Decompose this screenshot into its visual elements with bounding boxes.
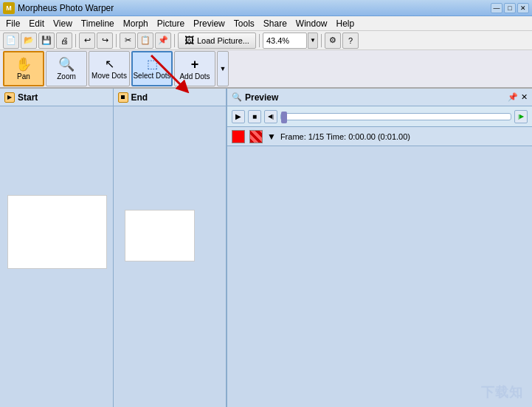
progress-track[interactable] [280, 113, 511, 120]
end-panel-header: ⏹ End [114, 89, 227, 106]
menu-item-timeline[interactable]: Timeline [77, 17, 119, 30]
end-panel-icon: ⏹ [118, 92, 128, 103]
pan-tool-button[interactable]: ✋ Pan [3, 51, 44, 86]
add-dots-label: Add Dots [179, 72, 210, 81]
paste-button[interactable]: 📌 [155, 33, 171, 49]
add-dots-icon: + [191, 58, 199, 71]
pan-label: Pan [17, 72, 30, 81]
zoom-label: Zoom [57, 72, 76, 81]
separator1 [75, 34, 76, 47]
copy-button[interactable]: 📋 [137, 33, 153, 49]
window-controls: — □ ✕ [491, 3, 529, 13]
preview-search-icon: 🔍 [232, 92, 242, 102]
start-image [7, 195, 107, 269]
menu-item-tools[interactable]: Tools [229, 17, 259, 30]
menu-bar: FileEditViewTimelineMorphPicturePreviewT… [0, 16, 532, 31]
back-button[interactable]: ◀| [264, 110, 277, 123]
end-panel-label: End [131, 92, 148, 103]
tools-toolbar: ✋ Pan 🔍 Zoom ↖ Move Dots ⬚ Select Dots +… [0, 50, 532, 89]
main-area: ▶ Start ⏹ End 🔍 Preview 📌 [0, 89, 532, 407]
separator2 [116, 34, 117, 47]
dropdown-arrow-icon[interactable]: ▼ [267, 131, 276, 142]
preview-info-row: ▼ Frame: 1/15 Time: 0:00.00 (0:01.00) [227, 127, 532, 146]
menu-item-window[interactable]: Window [291, 17, 332, 30]
help-button[interactable]: ? [342, 33, 359, 49]
load-picture-label: Load Picture... [197, 36, 249, 45]
open-button[interactable]: 📂 [21, 33, 37, 49]
restore-button[interactable]: □ [504, 3, 516, 13]
end-image [125, 210, 195, 261]
cut-button[interactable]: ✂ [120, 33, 136, 49]
progress-thumb [281, 112, 287, 123]
title-bar: M Morpheus Photo Warper — □ ✕ [0, 0, 532, 16]
preview-content [227, 146, 532, 407]
fwd-button[interactable]: |▶ [514, 110, 528, 123]
load-picture-button[interactable]: 🖼 Load Picture... [178, 33, 256, 49]
menu-item-edit[interactable]: Edit [24, 17, 49, 30]
menu-item-share[interactable]: Share [259, 17, 291, 30]
preview-header: 🔍 Preview 📌 ✕ [227, 89, 532, 106]
end-panel-content [114, 106, 227, 407]
menu-item-help[interactable]: Help [332, 17, 359, 30]
select-dots-label: Select Dots [133, 72, 170, 80]
start-panel-content [0, 106, 113, 407]
move-dots-button[interactable]: ↖ Move Dots [89, 51, 130, 86]
separator3 [174, 34, 175, 47]
app-title: Morpheus Photo Warper [18, 3, 491, 13]
playback-controls: ▶ ■ ◀| |▶ [227, 106, 532, 127]
minimize-button[interactable]: — [491, 3, 502, 13]
stop-button[interactable]: ■ [248, 110, 261, 123]
image-panels: ▶ Start ⏹ End [0, 89, 227, 407]
more-tools-icon: ▼ [220, 65, 227, 72]
add-dots-button[interactable]: + Add Dots [174, 51, 215, 86]
new-button[interactable]: 📄 [3, 33, 19, 49]
start-panel: ▶ Start [0, 89, 114, 407]
preview-label: Preview [245, 92, 505, 103]
play-button[interactable]: ▶ [232, 110, 245, 123]
pin-icon[interactable]: 📌 [508, 92, 518, 102]
zoom-dropdown[interactable]: ▼ [308, 33, 318, 49]
end-panel: ⏹ End [114, 89, 227, 407]
frame-info: Frame: 1/15 Time: 0:00.00 (0:01.00) [280, 132, 410, 141]
settings-button[interactable]: ⚙ [325, 33, 341, 49]
undo-button[interactable]: ↩ [79, 33, 95, 49]
color-box [232, 130, 245, 143]
pan-icon: ✋ [15, 58, 32, 71]
select-dots-icon: ⬚ [147, 58, 158, 70]
print-button[interactable]: 🖨 [56, 33, 72, 49]
start-panel-icon: ▶ [4, 92, 15, 103]
move-dots-icon: ↖ [105, 58, 114, 70]
zoom-value: 43.4% [266, 36, 289, 45]
menu-item-file[interactable]: File [1, 17, 24, 30]
zoom-tool-button[interactable]: 🔍 Zoom [46, 51, 87, 86]
separator5 [321, 34, 322, 47]
zoom-icon: 🔍 [58, 58, 75, 71]
close-preview-button[interactable]: ✕ [521, 92, 528, 102]
select-dots-button[interactable]: ⬚ Select Dots [131, 51, 173, 86]
preview-panel: 🔍 Preview 📌 ✕ ▶ ■ ◀| |▶ ▼ Frame: 1/15 Ti… [227, 89, 532, 407]
menu-item-preview[interactable]: Preview [189, 17, 229, 30]
save-button[interactable]: 💾 [38, 33, 55, 49]
zoom-input[interactable]: 43.4% [263, 33, 307, 49]
watermark: 下载知 [481, 383, 523, 401]
start-panel-header: ▶ Start [0, 89, 113, 106]
start-panel-label: Start [18, 92, 38, 103]
menu-item-morph[interactable]: Morph [119, 17, 153, 30]
app-icon: M [3, 2, 15, 14]
redo-button[interactable]: ↪ [97, 33, 113, 49]
toolbar1: 📄 📂 💾 🖨 ↩ ↪ ✂ 📋 📌 🖼 Load Picture... 43.4… [0, 31, 532, 50]
separator4 [259, 34, 260, 47]
move-dots-label: Move Dots [91, 72, 127, 80]
menu-item-picture[interactable]: Picture [153, 17, 189, 30]
preview-header-icons: 📌 ✕ [508, 92, 528, 102]
close-button[interactable]: ✕ [517, 3, 529, 13]
menu-item-view[interactable]: View [49, 17, 77, 30]
more-tools-button[interactable]: ▼ [217, 51, 229, 86]
color-pattern [249, 130, 263, 143]
